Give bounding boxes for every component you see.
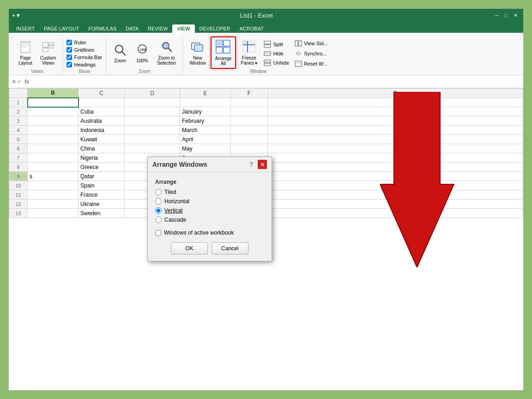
freeze-panes-button[interactable]: FreezePanes ▾: [238, 39, 260, 66]
cell-d6[interactable]: [125, 144, 180, 153]
col-header-g[interactable]: G: [268, 89, 523, 98]
cell-g1[interactable]: [268, 98, 523, 107]
cell-f3[interactable]: [231, 116, 268, 126]
tab-formulas[interactable]: FORMULAS: [84, 24, 121, 33]
cell-g7[interactable]: [268, 153, 523, 163]
view-side-by-side-button[interactable]: View Sid...: [293, 39, 330, 48]
active-workbook-checkbox[interactable]: [155, 230, 161, 236]
formula-input[interactable]: [32, 79, 520, 85]
cell-f2[interactable]: [231, 107, 268, 116]
col-header-c[interactable]: C: [79, 89, 125, 98]
active-workbook-check[interactable]: Windows of active workbook: [155, 230, 264, 236]
cell-e2[interactable]: January: [180, 107, 231, 116]
cell-b6[interactable]: [28, 144, 79, 153]
cell-g8[interactable]: [268, 163, 523, 172]
cell-b2[interactable]: [28, 107, 79, 116]
dialog-close-button[interactable]: ✕: [258, 160, 267, 169]
cell-c10[interactable]: Spain: [79, 181, 125, 190]
radio-horizontal-input[interactable]: [155, 198, 162, 205]
tab-page-layout[interactable]: PAGE LAYOUT: [39, 24, 84, 33]
cell-f6[interactable]: [231, 144, 268, 153]
tab-view[interactable]: VIEW: [172, 24, 194, 33]
dialog-ok-button[interactable]: OK: [171, 242, 208, 254]
cell-c6[interactable]: China: [79, 144, 125, 153]
cell-d2[interactable]: [125, 107, 180, 116]
reset-window-button[interactable]: Reset W...: [293, 60, 330, 68]
formula-bar-checkbox[interactable]: [66, 54, 72, 60]
gridlines-check[interactable]: Gridlines: [66, 47, 102, 53]
cell-c4[interactable]: Indonesia: [79, 126, 125, 135]
cell-c9[interactable]: Qatar: [79, 172, 125, 181]
zoom-to-selection-button[interactable]: Zoom toSelection: [154, 39, 179, 66]
radio-vertical-input[interactable]: [155, 207, 162, 214]
ruler-check[interactable]: Ruler: [66, 40, 102, 45]
arrange-all-button[interactable]: ArrangeAll: [211, 36, 236, 69]
cell-e6[interactable]: May: [180, 144, 231, 153]
cell-b9[interactable]: s: [28, 172, 79, 181]
hide-button[interactable]: Hide: [262, 49, 291, 58]
radio-vertical[interactable]: Vertical: [155, 207, 264, 214]
cell-b11[interactable]: [28, 190, 79, 200]
custom-views-button[interactable]: CustomViews: [37, 39, 59, 66]
radio-tiled-input[interactable]: [155, 189, 162, 195]
cell-c3[interactable]: Australia: [79, 116, 125, 126]
radio-horizontal[interactable]: Horizontal: [155, 198, 264, 205]
cell-b8[interactable]: [28, 163, 79, 172]
cell-d4[interactable]: [125, 126, 180, 135]
cell-b1[interactable]: [28, 98, 79, 107]
headings-check[interactable]: Headings: [66, 62, 102, 67]
cell-c1[interactable]: [79, 98, 125, 107]
minimize-button[interactable]: ─: [493, 11, 501, 19]
confirm-formula-button[interactable]: ✓: [17, 79, 22, 85]
cell-e5[interactable]: April: [180, 135, 231, 144]
col-header-f[interactable]: F: [231, 89, 268, 98]
page-layout-button[interactable]: PageLayout: [15, 39, 36, 66]
cell-b7[interactable]: [28, 153, 79, 163]
tab-data[interactable]: DATA: [121, 24, 143, 33]
cell-c5[interactable]: Kuwait: [79, 135, 125, 144]
col-header-e[interactable]: E: [180, 89, 231, 98]
cell-g10[interactable]: [268, 181, 523, 190]
radio-cascade[interactable]: Cascade: [155, 217, 264, 223]
radio-tiled[interactable]: Tiled: [155, 189, 264, 195]
cell-b10[interactable]: [28, 181, 79, 190]
split-button[interactable]: Split: [262, 40, 291, 48]
dialog-help-button[interactable]: ?: [247, 161, 256, 168]
radio-cascade-input[interactable]: [155, 217, 162, 223]
cell-f5[interactable]: [231, 135, 268, 144]
cell-b12[interactable]: [28, 200, 79, 209]
col-header-d[interactable]: D: [125, 89, 180, 98]
restore-button[interactable]: □: [502, 11, 510, 19]
cell-e3[interactable]: February: [180, 116, 231, 126]
cell-e4[interactable]: March: [180, 126, 231, 135]
cell-g5[interactable]: [268, 135, 523, 144]
gridlines-checkbox[interactable]: [66, 47, 72, 53]
tab-developer[interactable]: DEVELOPER: [195, 24, 235, 33]
cell-g3[interactable]: [268, 116, 523, 126]
unhide-button[interactable]: Unhide: [262, 59, 291, 67]
ruler-checkbox[interactable]: [66, 40, 72, 45]
tab-insert[interactable]: INSERT: [12, 24, 39, 33]
cell-b4[interactable]: [28, 126, 79, 135]
cell-c2[interactable]: Cuba: [79, 107, 125, 116]
cell-g12[interactable]: [268, 200, 523, 209]
cell-c8[interactable]: Greece: [79, 163, 125, 172]
dialog-cancel-button[interactable]: Cancel: [212, 242, 248, 254]
cell-g13[interactable]: [268, 209, 523, 218]
cell-c12[interactable]: Ukraine: [79, 200, 125, 209]
cell-d1[interactable]: [125, 98, 180, 107]
cell-e1[interactable]: [180, 98, 231, 107]
cell-c13[interactable]: Sweden: [79, 209, 125, 218]
cell-b13[interactable]: [28, 209, 79, 218]
cell-f1[interactable]: [231, 98, 268, 107]
zoom-button[interactable]: Zoom: [110, 42, 130, 64]
cell-g9[interactable]: [268, 172, 523, 181]
col-header-b[interactable]: B: [28, 89, 79, 98]
cell-g11[interactable]: [268, 190, 523, 200]
formula-bar-check[interactable]: Formula Bar: [66, 54, 102, 60]
cell-b3[interactable]: [28, 116, 79, 126]
close-button[interactable]: ✕: [511, 11, 520, 19]
cell-c11[interactable]: France: [79, 190, 125, 200]
cell-g6[interactable]: [268, 144, 523, 153]
cell-d3[interactable]: [125, 116, 180, 126]
